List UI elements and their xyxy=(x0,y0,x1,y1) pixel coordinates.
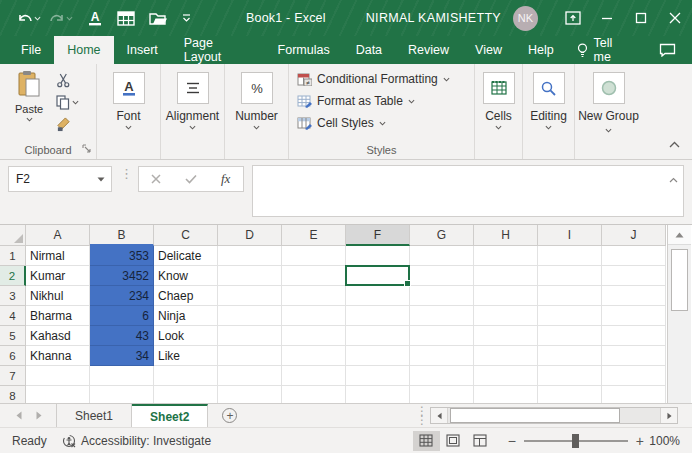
new-group-button[interactable] xyxy=(593,72,625,104)
collapse-formula-bar-button[interactable] xyxy=(669,172,678,186)
undo-dropdown-icon[interactable] xyxy=(34,16,41,21)
tab-scrollbar-splitter[interactable]: ⋮⋮ xyxy=(416,407,428,425)
scroll-right-button[interactable] xyxy=(660,408,677,423)
cell-C3[interactable]: Chaep xyxy=(154,286,218,306)
row-header-3[interactable]: 3 xyxy=(0,286,26,306)
cell-J4[interactable] xyxy=(602,306,666,326)
column-header-J[interactable]: J xyxy=(602,225,666,246)
scroll-up-button[interactable] xyxy=(668,225,691,245)
feedback-button[interactable] xyxy=(643,36,692,64)
cell-G4[interactable] xyxy=(410,306,474,326)
cell-G2[interactable] xyxy=(410,266,474,286)
accessibility-status[interactable]: Accessibility: Investigate xyxy=(62,434,211,448)
customize-qat-button[interactable] xyxy=(179,11,194,25)
cell-E7[interactable] xyxy=(282,366,346,386)
font-group-button[interactable]: A xyxy=(113,72,145,104)
cell-I6[interactable] xyxy=(538,346,602,366)
redo-dropdown-icon[interactable] xyxy=(66,16,73,21)
open-file-button[interactable] xyxy=(146,8,171,29)
tab-insert[interactable]: Insert xyxy=(114,36,171,64)
cell-H2[interactable] xyxy=(474,266,538,286)
row-header-5[interactable]: 5 xyxy=(0,326,26,346)
cell-H5[interactable] xyxy=(474,326,538,346)
cell-C5[interactable]: Look xyxy=(154,326,218,346)
cell-C1[interactable]: Delicate xyxy=(154,246,218,266)
tab-view[interactable]: View xyxy=(462,36,515,64)
column-header-B[interactable]: B xyxy=(90,225,154,246)
insert-function-button[interactable]: fx xyxy=(208,167,243,191)
cell-J5[interactable] xyxy=(602,326,666,346)
zoom-in-button[interactable]: + xyxy=(636,433,644,449)
cell-I3[interactable] xyxy=(538,286,602,306)
cell-E4[interactable] xyxy=(282,306,346,326)
column-header-A[interactable]: A xyxy=(26,225,90,246)
cell-A5[interactable]: Kahasd xyxy=(26,326,90,346)
column-header-F[interactable]: F xyxy=(346,225,410,246)
cell-D2[interactable] xyxy=(218,266,282,286)
new-sheet-button[interactable]: + xyxy=(208,404,251,427)
account-name[interactable]: NIRMAL KAMISHETTY xyxy=(366,11,501,25)
cell-H7[interactable] xyxy=(474,366,538,386)
cell-A7[interactable] xyxy=(26,366,90,386)
previous-sheet-icon[interactable] xyxy=(16,411,22,420)
conditional-formatting-button[interactable]: ≠ Conditional Formatting xyxy=(297,72,474,86)
vertical-scrollbar[interactable] xyxy=(667,225,691,403)
column-header-G[interactable]: G xyxy=(410,225,474,246)
name-box-dropdown[interactable] xyxy=(91,167,111,191)
cell-I1[interactable] xyxy=(538,246,602,266)
column-header-D[interactable]: D xyxy=(218,225,282,246)
cell-A3[interactable]: Nikhul xyxy=(26,286,90,306)
tab-formulas[interactable]: Formulas xyxy=(265,36,343,64)
name-box-value[interactable]: F2 xyxy=(9,172,91,186)
scroll-left-button[interactable] xyxy=(431,408,448,423)
cell-I5[interactable] xyxy=(538,326,602,346)
cell-J2[interactable] xyxy=(602,266,666,286)
cell-B5[interactable]: 43 xyxy=(90,326,154,346)
cell-G1[interactable] xyxy=(410,246,474,266)
cell-B1[interactable]: 353 xyxy=(90,246,154,266)
copy-button[interactable] xyxy=(56,95,79,110)
tell-me-button[interactable]: Tell me xyxy=(567,36,643,64)
cell-styles-button[interactable]: Cell Styles xyxy=(297,116,474,130)
ribbon-display-options-button[interactable] xyxy=(556,0,590,36)
cell-H3[interactable] xyxy=(474,286,538,306)
cell-C6[interactable]: Like xyxy=(154,346,218,366)
cell-I8[interactable] xyxy=(538,386,602,403)
cell-G5[interactable] xyxy=(410,326,474,346)
cell-F6[interactable] xyxy=(346,346,410,366)
cell-H1[interactable] xyxy=(474,246,538,266)
enter-entry-button[interactable] xyxy=(174,167,209,191)
cell-F5[interactable] xyxy=(346,326,410,346)
cell-A2[interactable]: Kumar xyxy=(26,266,90,286)
cell-F3[interactable] xyxy=(346,286,410,306)
tab-review[interactable]: Review xyxy=(395,36,462,64)
cell-C7[interactable] xyxy=(154,366,218,386)
cell-F4[interactable] xyxy=(346,306,410,326)
cell-I7[interactable] xyxy=(538,366,602,386)
zoom-slider-thumb[interactable] xyxy=(572,434,579,448)
cell-B3[interactable]: 234 xyxy=(90,286,154,306)
cell-H8[interactable] xyxy=(474,386,538,403)
collapse-ribbon-button[interactable] xyxy=(669,137,680,151)
cell-A1[interactable]: Nirmal xyxy=(26,246,90,266)
zoom-level[interactable]: 100% xyxy=(644,434,684,448)
clipboard-dialog-launcher[interactable] xyxy=(82,142,91,156)
borders-button[interactable] xyxy=(114,8,138,29)
cell-H6[interactable] xyxy=(474,346,538,366)
cut-button[interactable] xyxy=(56,73,79,88)
page-break-preview-button[interactable] xyxy=(467,431,494,451)
cell-I4[interactable] xyxy=(538,306,602,326)
column-header-I[interactable]: I xyxy=(538,225,602,246)
cell-F7[interactable] xyxy=(346,366,410,386)
zoom-out-button[interactable]: − xyxy=(508,433,516,449)
cell-E3[interactable] xyxy=(282,286,346,306)
cell-E6[interactable] xyxy=(282,346,346,366)
editing-group[interactable]: Editing xyxy=(523,64,575,159)
number-group-button[interactable]: % xyxy=(241,72,273,104)
cell-C2[interactable]: Know xyxy=(154,266,218,286)
format-painter-button[interactable] xyxy=(56,117,79,132)
cell-D6[interactable] xyxy=(218,346,282,366)
row-header-7[interactable]: 7 xyxy=(0,366,26,386)
row-header-8[interactable]: 8 xyxy=(0,386,26,403)
sheet-tab-sheet1[interactable]: Sheet1 xyxy=(57,404,132,427)
